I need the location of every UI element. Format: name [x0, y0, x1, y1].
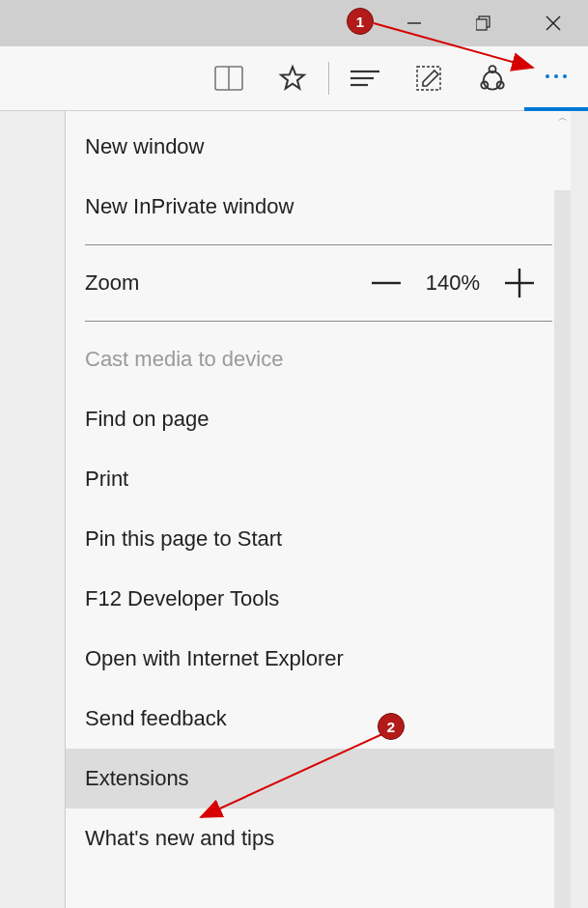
scroll-up-icon[interactable]: ︿ — [554, 111, 571, 125]
menu-separator — [85, 321, 552, 322]
menu-separator — [85, 244, 552, 245]
zoom-in-button[interactable] — [503, 267, 536, 299]
svg-point-11 — [484, 71, 502, 90]
zoom-row: Zoom 140% — [66, 253, 555, 313]
zoom-label: Zoom — [85, 270, 370, 296]
svg-rect-10 — [417, 67, 440, 90]
hub-icon[interactable] — [333, 46, 397, 111]
web-notes-icon[interactable] — [397, 46, 461, 111]
ellipsis-icon — [546, 74, 567, 78]
favorite-star-icon[interactable] — [261, 46, 324, 111]
share-icon[interactable] — [461, 46, 524, 111]
close-button[interactable] — [518, 0, 588, 46]
settings-menu: ︿ New window New InPrivate window Zoom 1… — [65, 111, 571, 908]
menu-item-new-window[interactable]: New window — [66, 111, 555, 177]
window-titlebar — [0, 0, 588, 46]
menu-item-new-inprivate[interactable]: New InPrivate window — [66, 177, 555, 237]
svg-rect-2 — [476, 19, 487, 30]
menu-item-find-on-page[interactable]: Find on page — [66, 389, 555, 449]
reading-view-icon[interactable] — [197, 46, 261, 111]
menu-item-send-feedback[interactable]: Send feedback — [66, 689, 555, 749]
toolbar-separator — [328, 62, 329, 95]
maximize-button[interactable] — [449, 0, 518, 46]
menu-item-cast-media: Cast media to device — [66, 329, 555, 389]
menu-item-open-ie[interactable]: Open with Internet Explorer — [66, 629, 555, 689]
menu-item-whats-new[interactable]: What's new and tips — [66, 809, 555, 868]
zoom-value: 140% — [422, 270, 484, 296]
menu-item-dev-tools[interactable]: F12 Developer Tools — [66, 569, 555, 629]
zoom-out-button[interactable] — [370, 267, 403, 299]
more-menu-button[interactable] — [524, 46, 588, 111]
menu-item-print[interactable]: Print — [66, 449, 555, 509]
menu-item-extensions[interactable]: Extensions — [66, 749, 555, 809]
browser-toolbar — [0, 46, 588, 111]
scrollbar[interactable] — [554, 190, 571, 908]
minimize-button[interactable] — [379, 0, 449, 46]
menu-item-pin-to-start[interactable]: Pin this page to Start — [66, 509, 555, 569]
